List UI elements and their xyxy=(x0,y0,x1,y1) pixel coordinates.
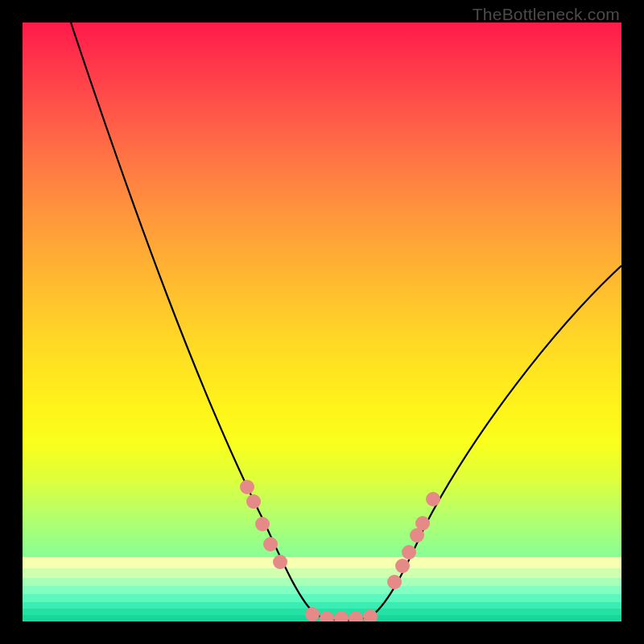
data-point-marker xyxy=(363,609,378,621)
data-point-marker xyxy=(395,559,410,573)
data-point-marker xyxy=(415,516,430,530)
data-point-marker xyxy=(273,555,287,569)
data-point-marker xyxy=(387,575,402,589)
watermark-text: TheBottleneck.com xyxy=(473,5,620,24)
data-point-marker xyxy=(402,545,416,559)
data-point-marker xyxy=(305,607,320,621)
chart-frame: TheBottleneck.com xyxy=(0,0,644,644)
data-point-marker xyxy=(246,494,261,509)
data-point-marker xyxy=(255,517,270,531)
data-point-marker xyxy=(240,480,254,494)
data-point-marker xyxy=(263,537,278,551)
curve-path xyxy=(71,23,621,621)
plot-area xyxy=(23,23,621,621)
data-point-marker xyxy=(334,611,349,621)
data-point-marker xyxy=(320,611,334,621)
data-point-marker xyxy=(349,611,363,621)
bottleneck-curve-svg xyxy=(23,23,621,621)
marker-group xyxy=(240,480,440,621)
data-point-marker xyxy=(426,492,440,506)
